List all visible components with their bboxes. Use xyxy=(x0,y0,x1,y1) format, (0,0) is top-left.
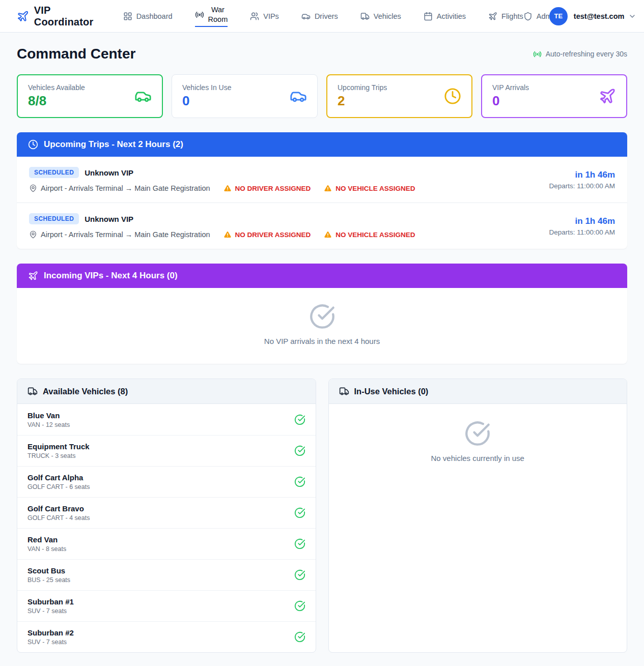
nav-item-label: Dashboard xyxy=(136,12,173,20)
users-icon xyxy=(250,12,259,21)
map-pin-icon xyxy=(29,230,37,239)
plane-icon xyxy=(488,12,497,21)
stat-label: Vehicles Available xyxy=(28,83,85,92)
check-circle-icon xyxy=(294,476,305,487)
vehicle-name: Blue Van xyxy=(27,411,70,420)
vehicle-details: TRUCK - 3 seats xyxy=(27,452,90,459)
nav-item-vehicles[interactable]: Vehicles xyxy=(360,12,401,21)
nav-item-flights[interactable]: Flights xyxy=(488,12,523,21)
truck-icon xyxy=(360,12,370,21)
shield-icon xyxy=(523,12,533,21)
nav-item-label: Activities xyxy=(437,12,466,20)
vehicle-name: Scout Bus xyxy=(27,566,70,575)
nav-item-drivers[interactable]: Drivers xyxy=(301,12,338,21)
brand[interactable]: VIP Coordinator xyxy=(17,5,97,28)
check-circle-icon xyxy=(294,631,305,643)
check-circle-icon xyxy=(309,303,335,330)
nav-item-war-room[interactable]: War Room xyxy=(195,5,228,27)
vehicle-panels: Available Vehicles (8) Blue VanVAN - 12 … xyxy=(17,379,627,653)
truck-icon xyxy=(339,386,349,396)
nav-item-dashboard[interactable]: Dashboard xyxy=(123,12,173,21)
auto-refresh-status: Auto-refreshing every 30s xyxy=(533,50,627,59)
user-email[interactable]: test@test.com xyxy=(574,12,625,20)
nav-item-label: VIPs xyxy=(263,12,279,20)
trip-vip-name: Unknown VIP xyxy=(85,168,133,177)
no-driver-warning: NO DRIVER ASSIGNED xyxy=(223,184,311,192)
broadcast-icon xyxy=(533,50,542,59)
car-icon xyxy=(134,88,152,105)
car-icon xyxy=(301,12,311,21)
trip-countdown: in 1h 46m xyxy=(549,216,615,226)
trip-row: SCHEDULED Unknown VIP Airport - Arrivals… xyxy=(17,202,627,249)
nav-item-label: Flights xyxy=(501,12,523,20)
panel-title: Available Vehicles (8) xyxy=(43,387,128,396)
vehicle-name: Equipment Truck xyxy=(27,442,90,451)
in-use-vehicles-empty-state: No vehicles currently in use xyxy=(329,404,627,481)
no-driver-warning: NO DRIVER ASSIGNED xyxy=(223,230,311,239)
nav-item-label: War Room xyxy=(208,5,228,24)
section-title: Incoming VIPs - Next 4 Hours (0) xyxy=(44,271,178,281)
nav-items: Dashboard War Room VIPs Drivers Vehicles… xyxy=(123,5,523,27)
stat-label: Upcoming Trips xyxy=(338,83,387,92)
status-badge: SCHEDULED xyxy=(29,167,79,178)
upcoming-trips-header: Upcoming Trips - Next 2 Hours (2) xyxy=(17,132,627,157)
warning-triangle-icon xyxy=(223,184,232,192)
auto-refresh-label: Auto-refreshing every 30s xyxy=(546,50,627,58)
incoming-vips-header: Incoming VIPs - Next 4 Hours (0) xyxy=(17,264,627,288)
avatar[interactable]: TE xyxy=(549,7,568,25)
top-navbar: VIP Coordinator Dashboard War Room VIPs … xyxy=(0,0,644,33)
empty-message: No vehicles currently in use xyxy=(431,454,524,462)
stat-label: Vehicles In Use xyxy=(182,83,232,92)
incoming-vips-section: Incoming VIPs - Next 4 Hours (0) No VIP … xyxy=(17,264,627,364)
nav-right: Admin TE test@test.com xyxy=(523,7,637,25)
nav-item-label: Drivers xyxy=(315,12,338,20)
grid-icon xyxy=(123,12,132,21)
vehicle-details: GOLF CART - 6 seats xyxy=(27,483,90,490)
calendar-icon xyxy=(424,12,433,21)
vehicle-details: GOLF CART - 4 seats xyxy=(27,514,90,522)
plane-icon xyxy=(599,88,616,105)
upcoming-trips-section: Upcoming Trips - Next 2 Hours (2) SCHEDU… xyxy=(17,132,627,249)
trip-route: Airport - Arrivals Terminal → Main Gate … xyxy=(41,230,210,239)
command-center-page: Command Center Auto-refreshing every 30s… xyxy=(0,33,644,665)
map-pin-icon xyxy=(29,184,37,192)
warning-triangle-icon xyxy=(223,230,232,239)
available-vehicles-header: Available Vehicles (8) xyxy=(17,379,316,404)
vehicle-details: VAN - 12 seats xyxy=(27,421,70,428)
vehicle-details: BUS - 25 seats xyxy=(27,576,70,584)
panel-title: In-Use Vehicles (0) xyxy=(354,387,429,396)
available-vehicles-panel: Available Vehicles (8) Blue VanVAN - 12 … xyxy=(17,379,316,653)
no-vehicle-warning: NO VEHICLE ASSIGNED xyxy=(324,184,415,192)
check-circle-icon xyxy=(294,507,305,518)
trip-route: Airport - Arrivals Terminal → Main Gate … xyxy=(41,184,210,192)
vehicle-name: Suburban #1 xyxy=(27,597,74,606)
vehicle-row: Golf Cart AlphaGOLF CART - 6 seats xyxy=(17,466,316,497)
warning-triangle-icon xyxy=(324,230,332,239)
vehicle-details: VAN - 8 seats xyxy=(27,545,66,553)
page-title: Command Center xyxy=(17,46,135,62)
stat-card-upcoming-trips: Upcoming Trips2 xyxy=(326,74,472,118)
plane-logo-icon xyxy=(17,9,29,24)
vehicle-name: Golf Cart Bravo xyxy=(27,504,90,513)
check-circle-icon xyxy=(294,600,305,612)
no-vehicle-warning: NO VEHICLE ASSIGNED xyxy=(324,230,415,239)
radio-icon xyxy=(195,10,204,19)
plane-icon xyxy=(28,271,38,281)
vehicle-name: Golf Cart Alpha xyxy=(27,473,90,482)
vehicle-row: Suburban #1SUV - 7 seats xyxy=(17,590,316,621)
stat-value: 0 xyxy=(492,93,529,109)
in-use-vehicles-header: In-Use Vehicles (0) xyxy=(329,379,627,404)
clock-icon xyxy=(28,139,38,150)
section-title: Upcoming Trips - Next 2 Hours (2) xyxy=(44,139,183,150)
nav-item-vips[interactable]: VIPs xyxy=(250,12,279,21)
vehicle-details: SUV - 7 seats xyxy=(27,639,74,646)
trip-countdown: in 1h 46m xyxy=(549,170,615,180)
check-circle-icon xyxy=(294,414,305,425)
check-circle-icon xyxy=(294,538,305,549)
check-circle-icon xyxy=(294,569,305,581)
brand-name: VIP Coordinator xyxy=(34,5,97,28)
trip-vip-name: Unknown VIP xyxy=(85,215,133,223)
chevron-down-icon[interactable] xyxy=(628,12,636,20)
nav-item-activities[interactable]: Activities xyxy=(424,12,466,21)
trip-departure-time: Departs: 11:00:00 AM xyxy=(549,228,615,236)
